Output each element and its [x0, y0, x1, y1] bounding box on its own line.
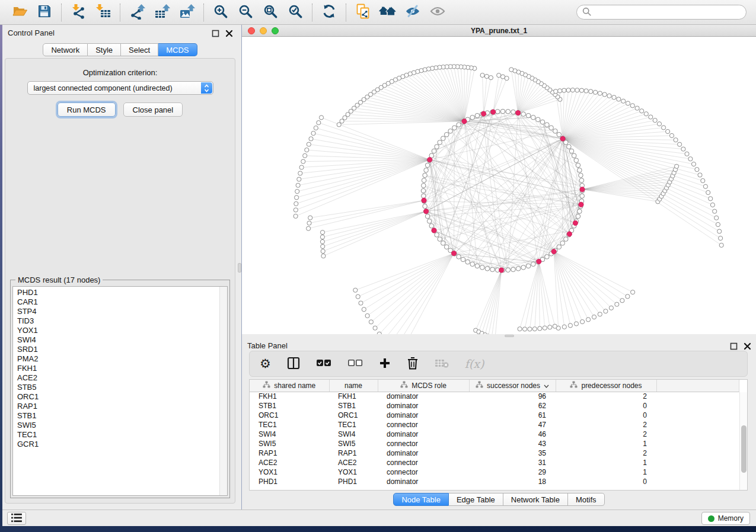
- duplicate-network-button[interactable]: [350, 2, 375, 23]
- cell-successor-nodes[interactable]: 31: [469, 458, 556, 467]
- close-panel-button[interactable]: Close panel: [123, 102, 183, 117]
- float-panel-icon[interactable]: [729, 342, 738, 350]
- export-table-button[interactable]: [149, 2, 174, 23]
- first-neighbors-button[interactable]: [375, 2, 400, 23]
- cell-shared-name[interactable]: FKH1: [250, 392, 329, 401]
- result-list-scrollbar[interactable]: [219, 287, 227, 495]
- cell-predecessor-nodes[interactable]: 0: [556, 401, 656, 411]
- cell-shared-name[interactable]: YOX1: [250, 467, 329, 477]
- cell-mcds-role[interactable]: dominator: [378, 477, 469, 486]
- cell-shared-name[interactable]: STB1: [250, 401, 329, 411]
- cell-successor-nodes[interactable]: 46: [469, 430, 556, 439]
- tab-network-table[interactable]: Network Table: [503, 493, 568, 506]
- column-header-shared-name[interactable]: shared name: [250, 380, 329, 392]
- tab-edge-table[interactable]: Edge Table: [449, 493, 503, 506]
- cell-mcds-role[interactable]: dominator: [378, 411, 469, 420]
- mcds-result-item[interactable]: YOX1: [17, 326, 227, 335]
- mcds-result-item[interactable]: RAP1: [17, 402, 227, 411]
- cell-predecessor-nodes[interactable]: 2: [556, 420, 656, 430]
- leaf-nodes[interactable]: [294, 65, 723, 334]
- scrollbar-thumb[interactable]: [741, 425, 747, 473]
- mcds-result-item[interactable]: STP4: [17, 307, 227, 316]
- close-panel-icon[interactable]: [743, 342, 751, 350]
- memory-button[interactable]: Memory: [701, 512, 750, 525]
- mcds-result-item[interactable]: SWI5: [17, 421, 227, 430]
- tab-mcds[interactable]: MCDS: [158, 43, 197, 56]
- import-network-button[interactable]: [66, 2, 91, 23]
- table-row[interactable]: YOX1YOX1connector291: [250, 467, 739, 477]
- tab-select[interactable]: Select: [121, 43, 158, 56]
- cell-mcds-role[interactable]: connector: [378, 467, 469, 477]
- tab-motifs[interactable]: Motifs: [568, 493, 605, 506]
- delete-column-button[interactable]: [407, 355, 419, 373]
- cell-predecessor-nodes[interactable]: 2: [556, 448, 656, 458]
- search-input[interactable]: [595, 8, 741, 17]
- mcds-result-item[interactable]: PMA2: [17, 354, 227, 364]
- mcds-result-item[interactable]: ORC1: [17, 392, 227, 402]
- tab-network[interactable]: Network: [43, 43, 88, 56]
- zoom-out-button[interactable]: [233, 2, 258, 23]
- cell-predecessor-nodes[interactable]: 1: [556, 458, 656, 467]
- cell-name[interactable]: TEC1: [329, 420, 378, 430]
- mcds-result-item[interactable]: GCR1: [17, 440, 227, 449]
- export-network-button[interactable]: [125, 2, 149, 23]
- table-scrollbar[interactable]: [739, 392, 747, 490]
- column-header-predecessor-nodes[interactable]: predecessor nodes: [556, 380, 656, 392]
- cell-mcds-role[interactable]: dominator: [378, 392, 469, 401]
- export-image-button[interactable]: [174, 2, 199, 23]
- cell-name[interactable]: ACE2: [329, 458, 378, 467]
- cell-successor-nodes[interactable]: 47: [469, 420, 556, 430]
- deselect-all-button[interactable]: [347, 355, 363, 373]
- table-row[interactable]: SWI5SWI5connector431: [250, 439, 739, 448]
- cell-shared-name[interactable]: ORC1: [250, 411, 329, 420]
- cell-name[interactable]: STB1: [329, 401, 378, 411]
- zoom-fit-button[interactable]: [258, 2, 283, 23]
- column-header-successor-nodes[interactable]: successor nodes: [469, 380, 556, 392]
- cell-successor-nodes[interactable]: 18: [469, 477, 556, 486]
- tab-node-table[interactable]: Node Table: [393, 493, 449, 506]
- cell-name[interactable]: SWI5: [329, 439, 378, 448]
- table-row[interactable]: SWI4SWI4dominator462: [250, 430, 739, 439]
- column-header-MCDS-role[interactable]: MCDS role: [378, 380, 469, 392]
- cell-successor-nodes[interactable]: 61: [469, 411, 556, 420]
- cell-name[interactable]: PHD1: [329, 477, 378, 486]
- mcds-result-item[interactable]: TEC1: [17, 430, 227, 440]
- network-canvas[interactable]: [242, 37, 756, 334]
- table-row[interactable]: RAP1RAP1dominator352: [250, 448, 739, 458]
- cell-successor-nodes[interactable]: 96: [469, 392, 556, 401]
- mcds-result-item[interactable]: STB5: [17, 383, 227, 392]
- select-all-button[interactable]: [316, 355, 331, 373]
- cell-name[interactable]: ORC1: [329, 411, 378, 420]
- hide-selected-button[interactable]: [400, 2, 425, 23]
- cell-predecessor-nodes[interactable]: 1: [556, 439, 656, 448]
- open-folder-button[interactable]: [7, 2, 32, 23]
- cell-predecessor-nodes[interactable]: 0: [556, 411, 656, 420]
- cell-shared-name[interactable]: ACE2: [250, 458, 329, 467]
- cell-shared-name[interactable]: SWI5: [250, 439, 329, 448]
- splitter-grip[interactable]: [505, 335, 514, 337]
- table-row[interactable]: FKH1FKH1dominator962: [250, 392, 739, 401]
- run-mcds-button[interactable]: Run MCDS: [58, 102, 116, 117]
- close-panel-icon[interactable]: [225, 29, 233, 37]
- zoom-selected-button[interactable]: [283, 2, 308, 23]
- cell-mcds-role[interactable]: connector: [378, 439, 469, 448]
- mcds-result-item[interactable]: ACE2: [17, 373, 227, 383]
- cell-shared-name[interactable]: RAP1: [250, 448, 329, 458]
- cell-shared-name[interactable]: TEC1: [250, 420, 329, 430]
- cell-mcds-role[interactable]: connector: [378, 420, 469, 430]
- cell-mcds-role[interactable]: dominator: [378, 430, 469, 439]
- float-panel-icon[interactable]: [211, 29, 219, 37]
- mcds-result-item[interactable]: SRD1: [17, 345, 227, 354]
- cell-name[interactable]: SWI4: [329, 430, 378, 439]
- criterion-dropdown[interactable]: largest connected component (undirected): [27, 81, 213, 95]
- import-table-button[interactable]: [91, 2, 116, 23]
- mcds-result-item[interactable]: CAR1: [17, 297, 227, 307]
- cell-predecessor-nodes[interactable]: 1: [556, 467, 656, 477]
- zoom-in-button[interactable]: [208, 2, 233, 23]
- cell-successor-nodes[interactable]: 35: [469, 448, 556, 458]
- cell-successor-nodes[interactable]: 62: [469, 401, 556, 411]
- cell-name[interactable]: YOX1: [329, 467, 378, 477]
- gear-button[interactable]: ⚙: [260, 355, 271, 373]
- cell-name[interactable]: FKH1: [329, 392, 378, 401]
- cell-name[interactable]: RAP1: [329, 448, 378, 458]
